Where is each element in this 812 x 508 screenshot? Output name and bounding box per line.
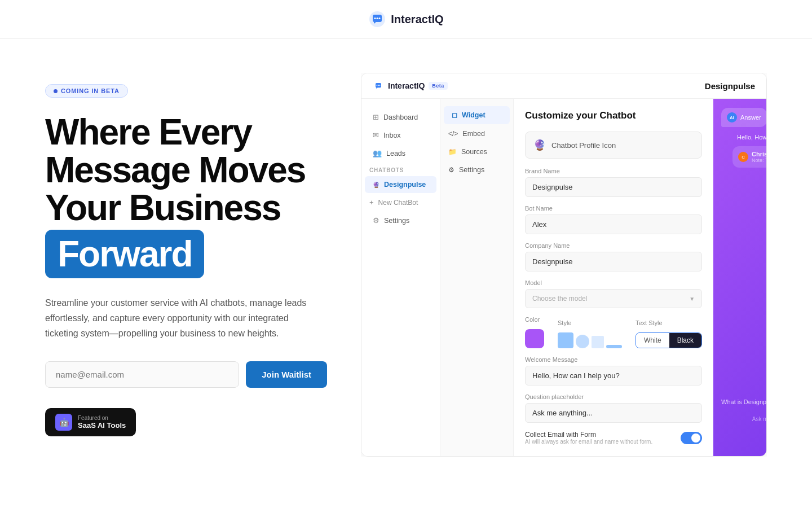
brand-name-label: Brand Name (525, 168, 702, 174)
text-style-black-btn[interactable]: Black (669, 333, 701, 348)
headline-line3: Your Business (45, 187, 280, 228)
answer-label: Answer (740, 114, 761, 121)
settings-nav-embed[interactable]: </> Embed (440, 125, 513, 143)
sources-icon: 📁 (448, 148, 457, 156)
app-logo-text: InteractIQ (388, 81, 425, 90)
what-is-section: What is Designpul (721, 398, 767, 405)
settings-nav-settings[interactable]: ⚙ Settings (440, 161, 513, 179)
ai-dot: AI (727, 112, 737, 122)
svg-point-1 (374, 17, 376, 19)
ask-placeholder: Ask me anything... Po (752, 416, 767, 422)
brand-name-value[interactable]: Designpulse (525, 177, 702, 197)
question-placeholder-field: Question placeholder Ask me anything... (525, 393, 702, 423)
settings-icon: ⚙ (373, 216, 379, 225)
collect-email-row: Collect Email with Form AI will always a… (525, 431, 702, 445)
user-name: Chris (752, 151, 767, 157)
email-input[interactable] (45, 361, 239, 388)
style-shape-1[interactable] (558, 332, 573, 348)
settings-nav-widget[interactable]: ◻ Widget (444, 106, 510, 124)
widget-label: Widget (462, 111, 486, 119)
chat-answer-bubble: AI Answer Hello, How can I (721, 108, 767, 141)
svg-point-2 (377, 17, 378, 19)
sidebar-item-leads[interactable]: 👥 Leads (365, 144, 436, 162)
welcome-message-value[interactable]: Hello, How can I help you? (525, 366, 702, 386)
logo-icon (368, 10, 386, 28)
embed-label: Embed (462, 130, 485, 138)
page-header: InteractIQ (0, 0, 812, 39)
company-name-label: Company Name (525, 242, 702, 249)
beta-badge: COMING IN BETA (45, 84, 128, 98)
sidebar-item-dashboard[interactable]: ⊞ Dashboard (365, 108, 436, 126)
left-content: COMING IN BETA Where Every Message Moves… (45, 73, 327, 436)
style-label: Style (558, 319, 622, 326)
user-avatar: C (738, 152, 748, 162)
app-logo: InteractIQ Beta (373, 80, 448, 91)
sidebar-item-settings[interactable]: ⚙ Settings (365, 212, 436, 229)
hero-description: Streamline your customer service with AI… (45, 295, 316, 341)
settings-label: Settings (459, 166, 484, 174)
chat-preview-panel: AI Answer Hello, How can I C Chris Note:… (713, 99, 767, 456)
saas-badge-bottom: SaaS AI Tools (78, 421, 126, 430)
settings-nav-icon: ⚙ (448, 166, 454, 174)
style-row: Color Style (525, 316, 702, 348)
question-placeholder-label: Question placeholder (525, 393, 702, 400)
sidebar-new-chatbot[interactable]: + New ChatBot (361, 194, 440, 211)
settings-nav: ◻ Widget </> Embed 📁 Sources ⚙ (440, 99, 514, 456)
sidebar-settings-label: Settings (384, 217, 409, 225)
company-name-field: Company Name Designpulse (525, 242, 702, 271)
saas-badge-icon: 🤖 (55, 414, 72, 431)
join-waitlist-button[interactable]: Join Waitlist (246, 361, 327, 388)
welcome-message-label: Welcome Message (525, 356, 702, 363)
what-is-label: What is Designpul (721, 398, 767, 405)
app-mockup-container: InteractIQ Beta Designpulse ⊞ Dashboard … (361, 73, 767, 457)
question-placeholder-value[interactable]: Ask me anything... (525, 403, 702, 423)
customize-panel: Customize your Chatbot 🔮 Chatbot Profile… (514, 99, 713, 456)
ask-placeholder-section: Ask me anything... Po (752, 416, 767, 422)
welcome-message-field: Welcome Message Hello, How can I help yo… (525, 356, 702, 386)
text-style-white-btn[interactable]: White (636, 333, 669, 348)
embed-icon: </> (448, 130, 458, 138)
model-label: Model (525, 279, 702, 286)
user-bubble-content: Chris Note: Thi (752, 151, 767, 163)
email-form: Join Waitlist (45, 361, 327, 388)
app-body: ⊞ Dashboard ✉ Inbox 👥 Leads CHATBOTS 🔮 (361, 99, 766, 456)
bot-name-value[interactable]: Alex (525, 214, 702, 234)
chat-note: Note: Thi (752, 157, 767, 163)
logo: InteractIQ (368, 10, 443, 28)
saas-badge-top: Featured on (78, 415, 126, 421)
sidebar-item-designpulse[interactable]: 🔮 Designpulse (365, 176, 436, 193)
chat-ai-bubble: AI Answer (721, 108, 767, 127)
style-shape-3[interactable] (592, 336, 604, 348)
text-style-buttons: White Black (636, 332, 702, 348)
svg-point-4 (377, 85, 378, 86)
sources-label: Sources (461, 148, 487, 156)
text-style-label: Text Style (636, 319, 702, 326)
collect-email-sub: AI will always ask for email and name wi… (525, 439, 652, 445)
style-shape-2[interactable] (576, 335, 589, 348)
color-swatch[interactable] (525, 329, 544, 348)
collect-email-info: Collect Email with Form AI will always a… (525, 431, 652, 445)
dashboard-icon: ⊞ (373, 113, 379, 121)
beta-badge-text: COMING IN BETA (61, 87, 120, 94)
collect-email-toggle[interactable] (681, 432, 702, 444)
sidebar-leads-label: Leads (386, 150, 405, 157)
style-shapes (558, 332, 622, 348)
sidebar-item-inbox[interactable]: ✉ Inbox (365, 126, 436, 144)
saas-badge: 🤖 Featured on SaaS AI Tools (45, 408, 136, 436)
company-name-value[interactable]: Designpulse (525, 252, 702, 271)
app-sidebar: ⊞ Dashboard ✉ Inbox 👥 Leads CHATBOTS 🔮 (361, 99, 440, 456)
profile-icon-row[interactable]: 🔮 Chatbot Profile Icon (525, 132, 702, 159)
style-group: Style (558, 319, 622, 348)
bot-name-field: Bot Name Alex (525, 205, 702, 234)
chat-user-bubble: C Chris Note: Thi (732, 146, 767, 168)
leads-icon: 👥 (373, 149, 382, 157)
headline: Where Every Message Moves Your Business (45, 113, 327, 227)
settings-nav-sources[interactable]: 📁 Sources (440, 143, 513, 161)
brand-name-field: Brand Name Designpulse (525, 168, 702, 197)
model-placeholder: Choose the model (532, 295, 587, 303)
sidebar-chatbots-label: CHATBOTS (361, 163, 440, 176)
model-select[interactable]: Choose the model ▼ (525, 289, 702, 308)
app-settings-panel: ◻ Widget </> Embed 📁 Sources ⚙ (440, 99, 767, 456)
sidebar-inbox-label: Inbox (383, 132, 401, 139)
bot-name-label: Bot Name (525, 205, 702, 212)
